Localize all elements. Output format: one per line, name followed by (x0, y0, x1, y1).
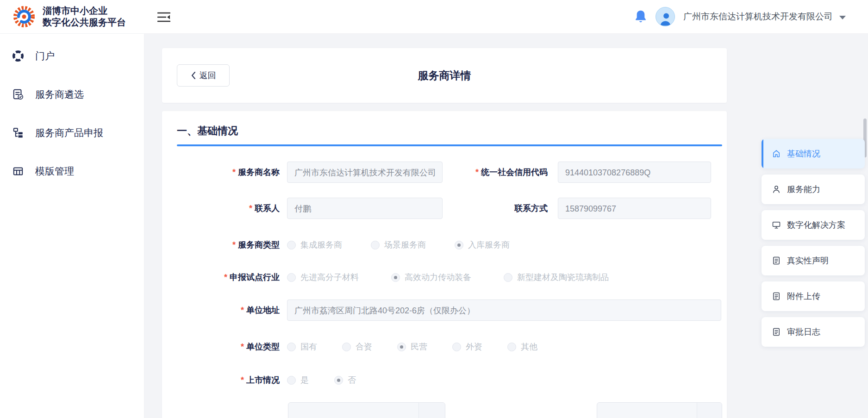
contact-phone-input[interactable]: 15879099767 (558, 198, 711, 219)
radio-option[interactable]: 外资 (452, 341, 482, 352)
partial-input-right[interactable] (597, 402, 722, 418)
sidebar-item-product-declare[interactable]: 服务商产品申报 (0, 121, 144, 144)
sidebar-fold-icon[interactable] (157, 12, 170, 22)
template-mgmt-icon (12, 165, 24, 177)
anchor-label: 服务能力 (787, 184, 820, 195)
sidebar-item-label: 服务商产品申报 (35, 126, 103, 139)
radio-option-selected[interactable]: 民营 (397, 341, 427, 352)
radio-icon (507, 343, 516, 351)
sidebar-nav: 门户 服务商遴选 服务商产品申报 模版管 (0, 33, 144, 418)
radio-label: 新型建材及陶瓷琉璃制品 (517, 272, 609, 283)
sidebar-item-provider-selection[interactable]: 服务商遴选 (0, 83, 144, 106)
radio-option[interactable]: 集成服务商 (287, 239, 342, 250)
radio-icon (504, 273, 512, 282)
portal-icon (12, 50, 24, 62)
anchor-label: 基础情况 (787, 148, 820, 159)
contact-person-input[interactable]: 付鹏 (287, 198, 443, 219)
header-right: 广州市东信达计算机技术开发有限公司 (634, 0, 846, 33)
contact-person-label: 联系人 (177, 203, 287, 214)
document-icon (772, 256, 781, 265)
radio-option[interactable]: 是 (287, 374, 309, 386)
address-input[interactable]: 广州市荔湾区周门北路40号202-6房（仅限办公） (287, 299, 721, 321)
anchor-label: 数字化解决方案 (787, 219, 845, 231)
radio-label: 其他 (521, 341, 537, 352)
partial-input-left[interactable] (288, 402, 445, 418)
radio-option-selected[interactable]: 否 (334, 374, 356, 386)
sidebar-item-portal[interactable]: 门户 (0, 44, 144, 68)
platform-title-line2: 数字化公共服务平台 (43, 17, 126, 28)
radio-option[interactable]: 其他 (507, 341, 537, 352)
document-icon (772, 292, 781, 301)
radio-icon (287, 273, 296, 282)
form-row: 上市情况 是 否 (177, 374, 722, 386)
notification-bell-icon[interactable] (634, 10, 647, 24)
sidebar-item-template-mgmt[interactable]: 模版管理 (0, 160, 144, 183)
anchor-authenticity-statement[interactable]: 真实性声明 (762, 246, 865, 275)
anchor-digital-solution[interactable]: 数字化解决方案 (762, 210, 865, 240)
company-name: 广州市东信达计算机技术开发有限公司 (683, 11, 833, 23)
radio-option-selected[interactable]: 入库服务商 (455, 239, 510, 250)
form-row: 单位地址 广州市荔湾区周门北路40号202-6房（仅限办公） (177, 299, 722, 321)
platform-title: 淄博市中小企业 数字化公共服务平台 (43, 5, 126, 28)
section-accent-line (177, 144, 722, 146)
radio-icon (287, 343, 296, 351)
company-type-radio-group: 国有 合资 民营 外资 其他 (287, 341, 537, 352)
radio-label: 高效动力传动装备 (405, 272, 471, 283)
provider-selection-icon (12, 88, 24, 100)
radio-option[interactable]: 合资 (342, 341, 372, 352)
credit-code-input[interactable]: 91440103708276889Q (558, 162, 711, 183)
page-title: 服务商详情 (162, 48, 727, 103)
radio-label: 国有 (300, 341, 317, 352)
home-icon (772, 149, 781, 158)
radio-icon (334, 376, 343, 385)
anchor-approval-log[interactable]: 审批日志 (762, 317, 865, 347)
basic-info-card: 一、基础情况 服务商名称 广州市东信达计算机技术开发有限公司 统一社会信用代码 … (162, 111, 727, 418)
radio-option[interactable]: 先进高分子材料 (287, 272, 359, 283)
input-addon (697, 403, 722, 418)
radio-option[interactable]: 国有 (287, 341, 317, 352)
section-title: 一、基础情况 (177, 124, 722, 138)
radio-icon (287, 241, 296, 250)
provider-name-input[interactable]: 广州市东信达计算机技术开发有限公司 (287, 162, 443, 183)
credit-code-label: 统一社会信用代码 (443, 167, 558, 178)
radio-label: 否 (348, 374, 356, 386)
anchor-nav-panel: 基础情况 服务能力 数字化解决方案 真实性声明 (762, 139, 865, 353)
anchor-label: 真实性声明 (787, 255, 829, 266)
pilot-industry-label: 申报试点行业 (177, 272, 287, 283)
radio-icon (455, 241, 463, 250)
anchor-attachment-upload[interactable]: 附件上传 (762, 281, 865, 311)
platform-logo-icon (12, 5, 36, 29)
company-type-label: 单位类型 (177, 341, 287, 352)
radio-option-selected[interactable]: 高效动力传动装备 (391, 272, 471, 283)
radio-icon (342, 343, 351, 351)
back-button[interactable]: 返回 (177, 64, 230, 87)
form-row: 服务商名称 广州市东信达计算机技术开发有限公司 统一社会信用代码 9144010… (177, 162, 722, 183)
radio-option[interactable]: 新型建材及陶瓷琉璃制品 (504, 272, 609, 283)
back-button-label: 返回 (200, 70, 216, 81)
radio-label: 场景服务商 (384, 239, 426, 250)
user-icon (772, 185, 781, 194)
anchor-service-ability[interactable]: 服务能力 (762, 175, 865, 204)
anchor-label: 审批日志 (787, 326, 820, 337)
caret-down-icon (839, 16, 846, 19)
radio-label: 民营 (411, 341, 427, 352)
anchor-label: 附件上传 (787, 291, 820, 302)
product-declare-icon (12, 127, 24, 139)
contact-phone-label: 联系方式 (443, 203, 558, 214)
back-chevron-icon (191, 71, 196, 80)
address-label: 单位地址 (177, 305, 287, 316)
listed-status-label: 上市情况 (177, 374, 287, 386)
radio-label: 合资 (356, 341, 372, 352)
anchor-basic-info[interactable]: 基础情况 (762, 139, 865, 168)
provider-name-label: 服务商名称 (177, 167, 287, 178)
radio-icon (452, 343, 461, 351)
avatar-person-icon (657, 11, 673, 26)
radio-option[interactable]: 场景服务商 (371, 239, 426, 250)
user-avatar[interactable] (656, 7, 675, 26)
company-switcher[interactable]: 广州市东信达计算机技术开发有限公司 (683, 11, 846, 23)
form-row: 申报试点行业 先进高分子材料 高效动力传动装备 新型建材及陶瓷琉璃制品 (177, 272, 722, 283)
form-row: 联系人 付鹏 联系方式 15879099767 (177, 198, 722, 219)
top-header: 淄博市中小企业 数字化公共服务平台 广州市东信达计算机技术开发有限公司 (0, 0, 868, 33)
monitor-icon (772, 220, 781, 230)
sidebar-item-label: 服务商遴选 (35, 88, 84, 101)
